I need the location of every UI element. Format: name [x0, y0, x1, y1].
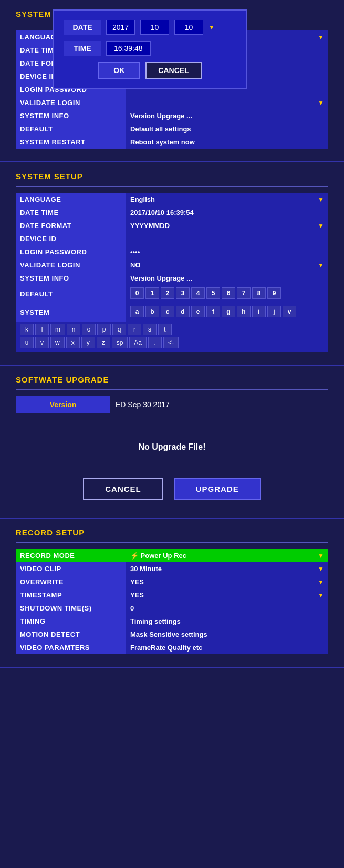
table-row[interactable]: LOGIN PASSWORD ••••	[16, 245, 328, 259]
table-row[interactable]: RECORD MODE ⚡ Power Up Rec ▼	[16, 549, 328, 562]
row-value: Mask Sensitive settings	[126, 628, 328, 641]
key-y[interactable]: y	[81, 337, 95, 348]
key-w[interactable]: w	[50, 337, 65, 348]
table-row[interactable]: OVERWRITE YES▼	[16, 575, 328, 588]
row-value: Version Upgrage ...	[126, 272, 328, 285]
key-3[interactable]: 3	[176, 287, 190, 299]
key-z[interactable]: z	[97, 337, 110, 348]
year-field[interactable]: 2017	[106, 20, 135, 35]
table-row[interactable]: TIMESTAMP YES▼	[16, 588, 328, 602]
key-1[interactable]: 1	[145, 287, 159, 299]
key-b[interactable]: b	[145, 306, 159, 317]
section1: SYSTEM SETUP LANGUAGE English▼ DATE TIME…	[0, 0, 344, 162]
row-value[interactable]: ▼	[126, 96, 328, 109]
row-label: DATE FORMAT	[16, 219, 126, 232]
key-x[interactable]: x	[66, 337, 80, 348]
key-q[interactable]: q	[112, 324, 126, 335]
dropdown-arrow-icon: ▼	[318, 552, 324, 560]
key-s[interactable]: s	[143, 324, 157, 335]
time-field[interactable]: 16:39:48	[106, 41, 151, 56]
key-backspace[interactable]: <-	[163, 337, 179, 348]
row-value[interactable]: YES▼	[126, 588, 328, 602]
table-row[interactable]: SYSTEM RESTART Reboot system now	[16, 136, 328, 149]
key-r[interactable]: r	[128, 324, 141, 335]
date-label: DATE	[64, 20, 101, 35]
date-dropdown-arrow-icon[interactable]: ▼	[209, 24, 215, 31]
key-g[interactable]: g	[222, 306, 235, 317]
keyboard-alpha-row1: a b c d e f g h i j v	[130, 306, 324, 317]
table-row[interactable]: VIDEO CLIP 30 Minute▼	[16, 562, 328, 575]
key-a[interactable]: a	[130, 306, 144, 317]
table-row[interactable]: DATE TIME 2017/10/10 16:39:54	[16, 206, 328, 219]
row-label: SYSTEM INFO	[16, 109, 126, 122]
table-row[interactable]: VIDEO PARAMTERS FrameRate Quality etc	[16, 641, 328, 654]
cancel-button[interactable]: CANCEL	[83, 478, 163, 500]
row-label: VIDEO PARAMTERS	[16, 641, 126, 654]
row-label: VALIDATE LOGIN	[16, 259, 126, 272]
date-row: DATE 2017 10 10 ▼	[64, 20, 235, 35]
key-aa[interactable]: Aa	[129, 337, 147, 348]
table-row[interactable]: LANGUAGE English▼	[16, 193, 328, 206]
table-row: SYSTEM a b c d e f g h i j v	[16, 303, 328, 322]
row-label: RECORD MODE	[16, 549, 126, 562]
key-m[interactable]: m	[50, 324, 65, 335]
table-row[interactable]: SYSTEM INFO Version Upgrage ...	[16, 272, 328, 285]
key-7[interactable]: 7	[237, 287, 251, 299]
key-2[interactable]: 2	[161, 287, 174, 299]
table-row[interactable]: SHUTDOWN TIME(S) 0	[16, 602, 328, 615]
row-value[interactable]: YYYYMMDD▼	[126, 219, 328, 232]
datetime-modal: DATE 2017 10 10 ▼ TIME 16:39:48 OK CANCE…	[53, 9, 247, 89]
key-n[interactable]: n	[67, 324, 80, 335]
table-row[interactable]: DATE FORMAT YYYYMMDD▼	[16, 219, 328, 232]
row-value: ••••	[126, 245, 328, 259]
key-dot[interactable]: .	[148, 337, 162, 348]
row-label: SYSTEM RESTART	[16, 136, 126, 149]
key-0[interactable]: 0	[130, 287, 144, 299]
table-row[interactable]: MOTION DETECT Mask Sensitive settings	[16, 628, 328, 641]
cancel-button[interactable]: CANCEL	[145, 62, 201, 79]
key-l[interactable]: l	[35, 324, 49, 335]
row-value[interactable]: 30 Minute▼	[126, 562, 328, 575]
key-i[interactable]: i	[252, 306, 266, 317]
modal-buttons: OK CANCEL	[64, 62, 235, 79]
key-6[interactable]: 6	[222, 287, 235, 299]
upgrade-button[interactable]: UPGRADE	[174, 478, 261, 500]
key-sp[interactable]: sp	[112, 337, 128, 348]
key-j[interactable]: j	[267, 306, 281, 317]
row-value[interactable]: English▼	[126, 193, 328, 206]
key-c[interactable]: c	[161, 306, 174, 317]
row-value[interactable]: NO▼	[126, 259, 328, 272]
table-row[interactable]: DEFAULT Default all settings	[16, 122, 328, 136]
row-label: DATE TIME	[16, 206, 126, 219]
key-5[interactable]: 5	[206, 287, 220, 299]
key-t[interactable]: t	[158, 324, 172, 335]
row-value: Default all settings	[126, 122, 328, 136]
row-label: SHUTDOWN TIME(S)	[16, 602, 126, 615]
key-p[interactable]: p	[97, 324, 111, 335]
key-8[interactable]: 8	[252, 287, 266, 299]
table-row[interactable]: SYSTEM INFO Version Upgrage ...	[16, 109, 328, 122]
key-9[interactable]: 9	[267, 287, 281, 299]
row-value[interactable]: YES▼	[126, 575, 328, 588]
month-field[interactable]: 10	[140, 20, 169, 35]
key-v2[interactable]: v	[35, 337, 49, 348]
key-e[interactable]: e	[191, 306, 205, 317]
version-row: Version ED Sep 30 2017	[16, 396, 328, 413]
key-4[interactable]: 4	[191, 287, 205, 299]
table-row[interactable]: DEVICE ID	[16, 232, 328, 245]
table-row[interactable]: VALIDATE LOGIN NO▼	[16, 259, 328, 272]
key-h[interactable]: h	[237, 306, 251, 317]
key-u[interactable]: u	[20, 337, 34, 348]
ok-button[interactable]: OK	[98, 62, 140, 79]
dropdown-arrow-icon: ▼	[318, 222, 324, 230]
key-k[interactable]: k	[20, 324, 34, 335]
table-row[interactable]: VALIDATE LOGIN ▼	[16, 96, 328, 109]
table-row[interactable]: TIMING Timing settings	[16, 615, 328, 628]
row-label: DEFAULT	[16, 122, 126, 136]
row-value[interactable]: ⚡ Power Up Rec ▼	[126, 549, 328, 562]
key-v[interactable]: v	[283, 306, 296, 317]
key-f[interactable]: f	[206, 306, 220, 317]
key-d[interactable]: d	[176, 306, 190, 317]
key-o[interactable]: o	[82, 324, 96, 335]
day-field[interactable]: 10	[174, 20, 203, 35]
